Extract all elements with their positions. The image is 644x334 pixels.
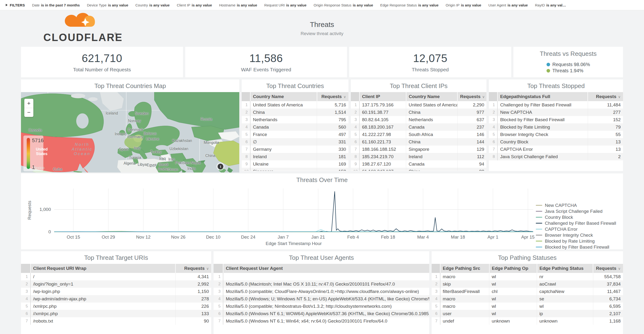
table-row[interactable]: 5Mozilla/5.0 (compatible; Nimbostratus-B… — [214, 302, 429, 310]
table-row[interactable]: 3filterBasedFirewallchlcaptchaNew11,467 — [432, 288, 623, 295]
column-header[interactable] — [242, 92, 250, 101]
sort-column-header[interactable]: Requests∨ — [458, 92, 486, 101]
filter-item[interactable]: Edge Response Statusis any value — [380, 3, 438, 7]
zoom-in-button[interactable]: + — [24, 99, 33, 108]
table-row[interactable]: 9Ukraine169 — [242, 160, 348, 168]
column-header[interactable]: Client Request User Agent — [223, 264, 429, 273]
column-header[interactable] — [351, 92, 360, 101]
table-row[interactable]: 5Browser Integrity Check55 — [489, 131, 623, 138]
table-row[interactable]: 1United States of America5,716 — [242, 101, 348, 109]
table-row[interactable]: 9198.27.67.120Canada94 — [351, 160, 487, 168]
table-row[interactable]: 661.160.221.73China144 — [351, 138, 487, 146]
table-row[interactable]: 4macrowlse6,734 — [432, 295, 623, 302]
chart-legend-item[interactable]: Blocked by Rate Limiting — [536, 238, 620, 244]
table-row[interactable]: 4Mozilla/5.0 (Windows; U; Windows NT 5.1… — [214, 295, 429, 302]
table-row[interactable]: 5/xmlrpc.php226 — [21, 302, 211, 310]
table-row[interactable]: 260.191.38.77China977 — [351, 109, 487, 116]
table-row[interactable]: 7undefunknownunknown1,168 — [432, 317, 623, 325]
table-row[interactable]: 6userwlip2,107 — [432, 310, 623, 317]
zoom-out-button[interactable]: − — [24, 108, 33, 117]
sort-column-header[interactable]: Requests∨ — [176, 264, 211, 273]
chart-legend-item[interactable]: Challenged by Filter Based Firewall — [536, 220, 620, 226]
filter-item[interactable]: Client IPis any value — [177, 3, 212, 7]
table-row[interactable]: 468.183.200.167Canada237 — [351, 123, 487, 131]
chart-legend-item[interactable]: Browser Integrity Check — [536, 232, 620, 238]
table-row[interactable]: 6Country Block13 — [489, 138, 623, 146]
column-header[interactable]: Edge Pathing Src — [440, 264, 489, 273]
table-row[interactable]: 7CAPTCHA Error13 — [489, 146, 623, 153]
sort-column-header[interactable]: Requests∨ — [317, 92, 348, 101]
filter-item[interactable]: RayIDis any val… — [535, 3, 566, 7]
map-country-label: Turkey — [150, 150, 162, 154]
table-row[interactable]: 1Challenged by Filter Based Firewall11,4… — [489, 101, 623, 109]
row-number: 7 — [351, 146, 360, 153]
table-row[interactable]: 10Singapore158 — [242, 168, 348, 171]
filter-item[interactable]: Dateis in the past 7 months — [32, 3, 80, 7]
table-row[interactable]: 2China1,514 — [242, 109, 348, 116]
column-header[interactable] — [21, 264, 30, 273]
table-row[interactable]: 7Germany330 — [242, 146, 348, 153]
chart-legend-item[interactable]: New CAPTCHA — [536, 202, 620, 208]
sort-column-header[interactable]: Requests∨ — [588, 92, 623, 101]
table-row[interactable]: 4/wp-admin/admin-ajax.php278 — [21, 295, 211, 302]
table-row[interactable]: 6Mozilla/5.0 (Windows NT 6.1; WOW64) App… — [214, 310, 429, 317]
chart-legend: New CAPTCHAJava Script Challenge FailedC… — [536, 186, 620, 250]
table-row[interactable]: 7Mozilla/5.0 (Windows NT 6.1; Win64; x64… — [214, 317, 429, 325]
table-row[interactable]: 3Blocked by Filter Based Firewall152 — [489, 116, 623, 123]
table-row[interactable]: 3Mozilla/5.0 (compatible; CloudFlare-Alw… — [214, 288, 429, 295]
table-row[interactable]: 6∅331 — [242, 138, 348, 146]
chart-legend-item[interactable]: Blocked by Filter Based Firewall — [536, 244, 620, 250]
chart-legend-item[interactable]: Country Block — [536, 214, 620, 220]
column-header[interactable]: Edgepathingstatus Full — [498, 92, 588, 101]
table-row[interactable]: 380.82.64.105Netherlands637 — [351, 116, 487, 123]
table-row[interactable]: 1macrowlnr554,758 — [432, 273, 623, 280]
table-row[interactable]: 1/4,341 — [21, 273, 211, 280]
filter-item[interactable]: Countryis any value — [136, 3, 170, 7]
table-row[interactable]: 2skipwlaoCrawl37,834 — [432, 280, 623, 288]
filter-item[interactable]: Hostnameis any value — [219, 3, 257, 7]
column-header[interactable]: Client Request URI Wrap — [30, 264, 176, 273]
table-row[interactable]: 2New CAPTCHA277 — [489, 109, 623, 116]
filter-item[interactable]: Origin Response Statusis any value — [314, 3, 373, 7]
table-row[interactable]: 8185.234.219.70Ireland112 — [351, 153, 487, 160]
cell: Netherlands — [250, 116, 317, 123]
chart-legend-item[interactable]: Java Script Challenge Failed — [536, 208, 620, 214]
row-number: 10 — [242, 168, 250, 171]
table-row[interactable]: 3Netherlands795 — [242, 116, 348, 123]
table-row[interactable]: 5France497 — [242, 131, 348, 138]
column-header[interactable]: Client IP — [360, 92, 406, 101]
table-row[interactable]: 7188.166.188.152Singapore129 — [351, 146, 487, 153]
filter-item[interactable]: Device Typeis any value — [87, 3, 128, 7]
table-row[interactable]: 1 — [214, 273, 429, 280]
sort-column-header[interactable]: Requests∨ — [593, 264, 623, 273]
filter-item[interactable]: User Agentis any value — [488, 3, 528, 7]
filter-item[interactable]: Origin IPis any value — [446, 3, 481, 7]
table-row[interactable]: 4Canada560 — [242, 123, 348, 131]
table-row[interactable]: 2Mozilla/5.0 (Macintosh; Intel Mac OS X … — [214, 280, 429, 288]
column-header[interactable]: Edge Pathing Op — [489, 264, 537, 273]
filter-item[interactable]: Request URIis any value — [264, 3, 306, 7]
table-row[interactable]: 541.222.227.98South Africa146 — [351, 131, 487, 138]
column-header[interactable]: Country Name — [406, 92, 458, 101]
table-row[interactable]: 1061.160.247.137China88 — [351, 168, 487, 171]
svg-text:Dec 10: Dec 10 — [206, 234, 220, 239]
table-row[interactable]: 2/login/?login_only=12,992 — [21, 280, 211, 288]
column-header[interactable] — [214, 264, 223, 273]
column-header[interactable]: Edge Pathing Status — [537, 264, 593, 273]
table-row[interactable]: 8Ireland181 — [242, 153, 348, 160]
table-row[interactable]: 7/robots.txt90 — [21, 317, 211, 325]
column-header[interactable] — [432, 264, 440, 273]
chart-legend-item[interactable]: CAPTCHA Error — [536, 226, 620, 232]
table-row[interactable]: 5macrowlwl6,595 — [432, 302, 623, 310]
table-row[interactable]: 3/wp-login.php1,150 — [21, 288, 211, 295]
table-row[interactable]: 4Blocked by Rate Limiting79 — [489, 123, 623, 131]
cell: 41.222.227.98 — [360, 131, 406, 138]
world-map[interactable]: CanadaUnited StatesMexicoCubaIcelandSwed… — [21, 92, 239, 172]
series-name: New CAPTCHA — [545, 203, 577, 208]
table-row[interactable]: 1137.175.79.166United States of America2… — [351, 101, 487, 109]
column-header[interactable]: Country Name — [250, 92, 317, 101]
table-row[interactable]: 6//xmlrpc.php133 — [21, 310, 211, 317]
table-row[interactable]: 8Java Script Challenge Failed2 — [489, 153, 623, 160]
filters-toggle[interactable]: FILTERS — [6, 3, 25, 7]
column-header[interactable] — [489, 92, 498, 101]
